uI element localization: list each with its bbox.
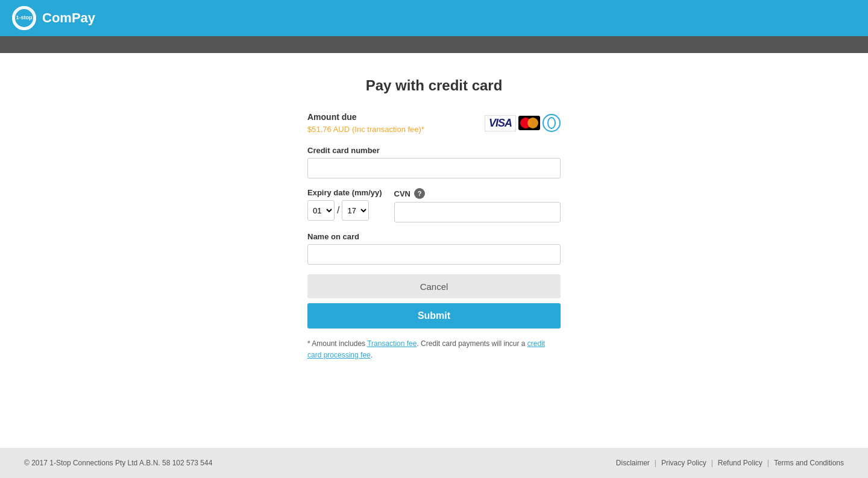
logo-icon: 1-stop bbox=[12, 6, 36, 30]
notice-text: * Amount includes Transaction fee. Credi… bbox=[307, 338, 561, 361]
card-number-label: Credit card number bbox=[307, 146, 561, 155]
footer-sep-3: | bbox=[767, 459, 769, 467]
expiry-group: Expiry date (mm/yy) 01 02 03 04 05 06 07… bbox=[307, 188, 382, 222]
card-number-input[interactable] bbox=[307, 158, 561, 178]
footer-copyright: © 2017 1-Stop Connections Pty Ltd A.B.N.… bbox=[24, 459, 212, 467]
name-input[interactable] bbox=[307, 244, 561, 265]
diners-inner-white bbox=[549, 118, 555, 128]
footer: © 2017 1-Stop Connections Pty Ltd A.B.N.… bbox=[0, 448, 868, 478]
expiry-label: Expiry date (mm/yy) bbox=[307, 188, 382, 197]
notice-before: * Amount includes bbox=[307, 339, 367, 348]
notice-after: . bbox=[371, 351, 373, 359]
amount-number: $51.76 AUD bbox=[307, 125, 350, 134]
expiry-selects: 01 02 03 04 05 06 07 08 09 10 11 12 / bbox=[307, 200, 382, 221]
fee-note: (Inc transaction fee)* bbox=[352, 125, 424, 134]
card-logos: VISA bbox=[485, 114, 561, 132]
diners-logo bbox=[542, 114, 561, 132]
footer-sep-2: | bbox=[711, 459, 713, 467]
page-title: Pay with credit card bbox=[366, 77, 503, 94]
amount-value: $51.76 AUD (Inc transaction fee)* bbox=[307, 124, 424, 134]
footer-link-refund[interactable]: Refund Policy bbox=[718, 459, 763, 467]
logo-wrapper: 1-stop ComPay bbox=[12, 6, 95, 30]
expiry-separator: / bbox=[337, 205, 339, 216]
footer-link-terms[interactable]: Terms and Conditions bbox=[774, 459, 844, 467]
cvn-help-icon[interactable]: ? bbox=[414, 188, 425, 199]
cancel-button[interactable]: Cancel bbox=[307, 274, 561, 298]
name-group: Name on card bbox=[307, 232, 561, 265]
main-content: Pay with credit card Amount due $51.76 A… bbox=[0, 53, 868, 448]
visa-logo: VISA bbox=[485, 115, 516, 131]
expiry-month-select[interactable]: 01 02 03 04 05 06 07 08 09 10 11 12 bbox=[307, 200, 335, 221]
submit-button[interactable]: Submit bbox=[307, 303, 561, 329]
amount-section: Amount due $51.76 AUD (Inc transaction f… bbox=[307, 112, 561, 134]
form-container: Amount due $51.76 AUD (Inc transaction f… bbox=[307, 112, 561, 361]
cvn-label-row: CVN ? bbox=[394, 188, 561, 199]
logo-text: 1-stop bbox=[16, 15, 33, 21]
mc-orange-circle bbox=[527, 118, 538, 128]
amount-label: Amount due bbox=[307, 112, 424, 122]
card-number-group: Credit card number bbox=[307, 146, 561, 178]
name-label: Name on card bbox=[307, 232, 561, 241]
footer-link-privacy[interactable]: Privacy Policy bbox=[661, 459, 706, 467]
amount-left: Amount due $51.76 AUD (Inc transaction f… bbox=[307, 112, 424, 134]
expiry-year-select[interactable]: 17 18 19 20 21 22 23 24 25 26 27 bbox=[342, 200, 369, 221]
header: 1-stop ComPay bbox=[0, 0, 868, 36]
mastercard-logo bbox=[518, 116, 540, 130]
footer-link-disclaimer[interactable]: Disclaimer bbox=[616, 459, 650, 467]
footer-links: Disclaimer | Privacy Policy | Refund Pol… bbox=[616, 459, 844, 467]
transaction-fee-link[interactable]: Transaction fee bbox=[367, 339, 417, 348]
notice-middle: . Credit card payments will incur a bbox=[417, 339, 527, 348]
footer-sep-1: | bbox=[655, 459, 656, 467]
expiry-cvn-row: Expiry date (mm/yy) 01 02 03 04 05 06 07… bbox=[307, 188, 561, 222]
cvn-input[interactable] bbox=[394, 202, 561, 222]
cvn-label: CVN bbox=[394, 189, 410, 198]
brand-name: ComPay bbox=[42, 10, 95, 26]
sub-header bbox=[0, 36, 868, 53]
cvn-group: CVN ? bbox=[394, 188, 561, 222]
